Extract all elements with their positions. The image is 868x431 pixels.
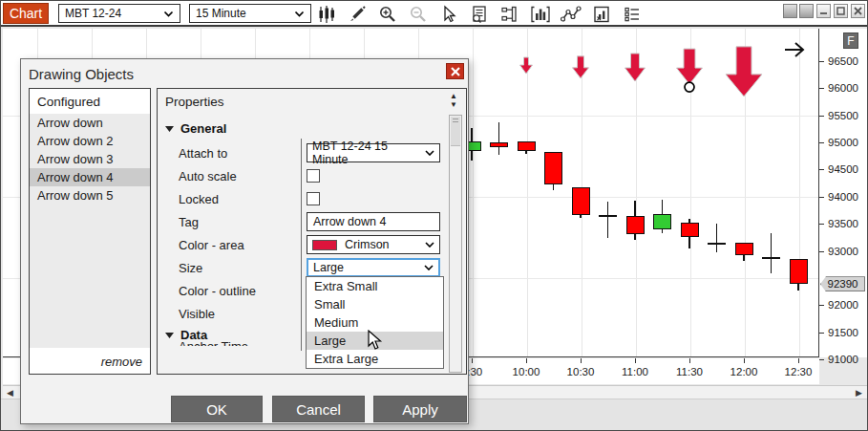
price-axis[interactable]: F 92390 96500960009550095000945009400093… [819, 29, 867, 357]
interval-link-button[interactable] [799, 4, 814, 18]
time-tick-label: 11:30 [668, 366, 710, 377]
candle[interactable] [681, 223, 699, 237]
time-tick [581, 358, 582, 363]
price-tick [819, 359, 824, 360]
color-outline-label: Color - outline [179, 284, 256, 298]
time-tick-label: 12:30 [777, 366, 819, 377]
price-tick [819, 169, 824, 170]
chevron-down-icon [425, 242, 434, 248]
draw-icon[interactable] [347, 5, 368, 24]
chart-style-icon[interactable] [316, 5, 337, 24]
apply-button[interactable]: Apply [373, 396, 467, 422]
candle-wick [607, 202, 609, 238]
scroll-down-icon[interactable]: ▼ [450, 101, 457, 109]
vertical-gridline [745, 29, 746, 357]
interval-selector[interactable]: 15 Minute [189, 4, 311, 23]
minimize-button[interactable] [816, 4, 831, 18]
last-price-tag: 92390 [820, 276, 865, 291]
scroll-right-icon[interactable]: ▶ [856, 387, 862, 399]
dialog-close-button[interactable] [446, 63, 464, 79]
price-tick [819, 88, 824, 89]
color-area-combo[interactable]: Crimson [307, 235, 440, 254]
time-tick [798, 358, 799, 363]
properties-scrollbar[interactable] [449, 115, 462, 373]
time-tick [635, 358, 636, 363]
configured-list: Arrow downArrow down 2Arrow down 3Arrow … [30, 114, 150, 348]
scroll-left-icon[interactable]: ◀ [7, 387, 13, 399]
price-tick-label: 93500 [828, 218, 858, 229]
list-item[interactable]: Arrow down 5 [30, 186, 150, 205]
price-tick-label: 93000 [828, 246, 858, 257]
price-tick [819, 142, 824, 143]
general-section-header[interactable]: General [165, 121, 226, 136]
candle[interactable] [599, 215, 617, 217]
auto-scale-checkbox[interactable] [307, 169, 320, 183]
candle[interactable] [653, 214, 671, 229]
dropdown-option[interactable]: Extra Small [307, 277, 443, 295]
candle[interactable] [544, 152, 562, 184]
strategy-icon[interactable] [591, 5, 612, 24]
configured-header: Configured [37, 95, 100, 109]
candle[interactable] [490, 142, 508, 147]
size-label: Size [179, 261, 202, 275]
instrument-link-button[interactable] [783, 4, 797, 18]
candle[interactable] [626, 216, 645, 234]
tag-input[interactable]: Arrow down 4 [307, 212, 440, 231]
list-item[interactable]: Arrow down 2 [30, 132, 150, 150]
candle[interactable] [708, 243, 726, 245]
drawing-tools-icon[interactable] [561, 5, 582, 24]
zoom-out-icon[interactable] [408, 5, 429, 24]
chart-tab[interactable]: Chart [3, 3, 49, 24]
candle[interactable] [518, 141, 536, 151]
list-item[interactable]: Arrow down [30, 114, 150, 132]
chevron-down-icon [425, 150, 434, 156]
scroll-up-icon[interactable]: ▲ [450, 93, 457, 100]
close-button[interactable] [851, 4, 865, 18]
time-tick [526, 358, 527, 363]
candle-wick [716, 224, 718, 252]
color-area-label: Color - area [179, 238, 244, 252]
list-item[interactable]: Arrow down 3 [30, 150, 150, 168]
price-tick-label: 95500 [828, 110, 858, 121]
cursor-icon[interactable] [438, 5, 459, 24]
price-tick-label: 96500 [828, 55, 858, 67]
price-tick [819, 116, 824, 117]
time-tick [689, 358, 690, 363]
candle[interactable] [735, 243, 753, 255]
properties-scroll-arrows[interactable]: ▲ ▼ [446, 93, 461, 109]
time-tick-label: 11:00 [614, 366, 656, 377]
price-tick [819, 305, 824, 306]
instrument-selector[interactable]: MBT 12-24 [58, 4, 180, 23]
configured-panel: Configured Arrow downArrow down 2Arrow d… [29, 88, 151, 375]
locked-checkbox[interactable] [307, 192, 320, 205]
candle[interactable] [572, 187, 590, 215]
indicators-icon[interactable] [530, 5, 551, 24]
cancel-button[interactable]: Cancel [272, 396, 365, 422]
attach-to-combo[interactable]: MBT 12-24 15 Minute [307, 143, 440, 162]
zoom-in-icon[interactable] [377, 5, 398, 24]
list-item[interactable]: Arrow down 4 [30, 168, 150, 186]
price-tick-label: 94500 [828, 163, 858, 175]
remove-link[interactable]: remove [101, 355, 142, 369]
ok-button[interactable]: OK [171, 396, 263, 422]
properties-list-icon[interactable] [622, 5, 643, 24]
focus-button[interactable]: F [843, 32, 858, 49]
candle[interactable] [762, 257, 780, 259]
mouse-cursor-icon [368, 330, 383, 355]
price-tick [819, 251, 824, 252]
color-swatch [312, 240, 337, 250]
window-controls [783, 4, 865, 18]
toolbar: Chart MBT 12-24 15 Minute [1, 1, 868, 27]
collapse-triangle-icon [165, 126, 174, 132]
scrollbar-thumb[interactable] [451, 117, 460, 146]
drawing-objects-dialog: Drawing Objects Configured Arrow downArr… [20, 58, 469, 424]
instrument-value: MBT 12-24 [65, 7, 121, 20]
size-combo[interactable]: Large [307, 258, 440, 277]
candle[interactable] [790, 259, 808, 284]
data-box-icon[interactable] [469, 5, 490, 24]
chart-objects-icon[interactable] [499, 5, 520, 24]
interval-value: 15 Minute [196, 7, 246, 20]
vertical-gridline [799, 29, 800, 357]
dropdown-option[interactable]: Small [307, 295, 443, 313]
maximize-button[interactable] [834, 4, 848, 18]
